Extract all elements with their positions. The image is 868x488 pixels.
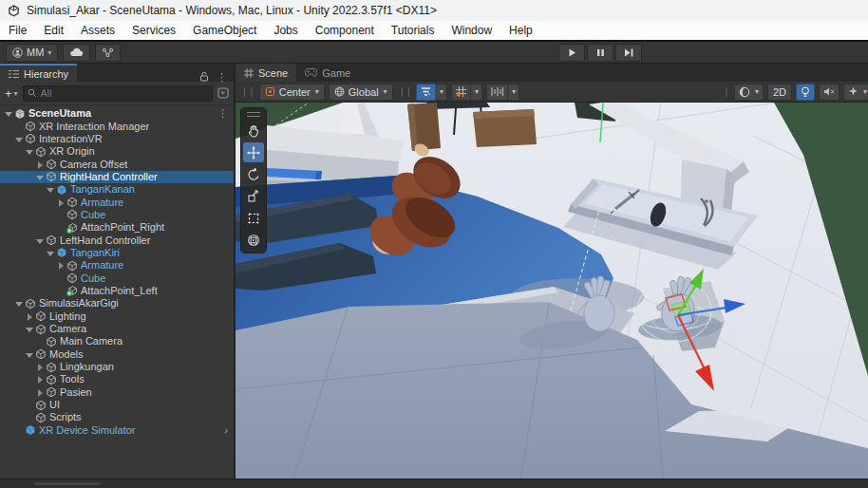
menu-item[interactable]: File [0,21,35,40]
menu-item[interactable]: Edit [35,21,72,40]
hierarchy-item-interactionvr[interactable]: InteractionVR [0,133,234,145]
transform-tool-button[interactable] [243,230,264,250]
hierarchy-item-xr-device-simulator[interactable]: XR Device Simulator› [0,424,234,437]
hierarchy-item-camera-offset[interactable]: Camera Offset [0,158,234,170]
pause-button[interactable] [587,44,613,62]
hierarchy-item-attachpoint-left[interactable]: AttachPoint_Left [0,285,234,297]
kebab-menu-icon[interactable]: ⋮ [217,107,234,120]
draw-mode-button[interactable]: ▾ [734,84,764,101]
scene-visibility-dropdown[interactable]: ▾ [436,84,447,101]
play-button[interactable] [558,44,585,62]
hierarchy-item-armature[interactable]: Armature [0,196,234,208]
menu-item[interactable]: Window [443,21,500,40]
menu-item[interactable]: Tutorials [383,21,443,40]
hierarchy-item-tools[interactable]: Tools [0,373,234,385]
pivot-mode-button[interactable]: Center ▾ [259,84,325,101]
menu-item[interactable]: Component [307,21,383,40]
kebab-menu-icon[interactable]: ⋮ [217,72,227,82]
hierarchy-item-attachpoint-right[interactable]: AttachPoint_Right [0,221,234,234]
menu-item[interactable]: Jobs [265,21,306,40]
hierarchy-item-main-camera[interactable]: Main Camera [0,335,234,347]
expand-arrow-icon[interactable] [56,197,66,209]
hierarchy-item-lefthand-controller[interactable]: LeftHand Controller [0,234,234,246]
view-hand-tool-button[interactable] [243,121,264,141]
overlay-drag-handle[interactable]: ❘❘ [239,86,255,97]
hierarchy-item-simulasiakargigi[interactable]: SimulasiAkarGigi [0,297,234,310]
search-icon [28,88,37,98]
scene-viewport-container [236,103,868,479]
orientation-button[interactable]: Global ▾ [329,84,393,101]
effects-toggle[interactable]: ▾ [843,84,868,101]
overlay-drag-handle[interactable]: ❘ [722,86,730,97]
expand-arrow-icon[interactable] [46,183,56,196]
expand-arrow-icon[interactable] [35,171,46,183]
search-input[interactable] [41,87,208,99]
hierarchy-item-pasien[interactable]: Pasien [0,386,234,399]
scale-tool-button[interactable] [243,186,264,206]
account-button[interactable]: MM ▾ [6,44,58,62]
overlay-drag-handle[interactable]: ❘❘ [397,86,413,97]
hierarchy-item-sceneutama[interactable]: SceneUtama⋮ [0,107,234,120]
scene-viewport[interactable] [236,103,868,479]
wooden-desk[interactable] [473,109,537,147]
hierarchy-item-camera[interactable]: Camera [0,323,234,335]
hierarchy-item-models[interactable]: Models [0,348,234,361]
hierarchy-item-scripts[interactable]: Scripts [0,411,234,423]
scene-lighting-toggle[interactable] [796,84,815,101]
hierarchy-item-xr-interaction-manager[interactable]: XR Interaction Manager [0,120,234,132]
hierarchy-search-box[interactable] [23,85,213,102]
version-control-button[interactable] [95,44,121,62]
hierarchy-item-armature[interactable]: Armature [0,259,234,272]
expand-arrow-icon[interactable] [25,323,35,335]
expand-arrow-icon[interactable] [4,107,14,120]
grid-snapping-dropdown[interactable]: ▾ [471,84,482,101]
pivot-mode-label: Center [279,86,311,98]
expand-arrow-icon[interactable] [35,235,46,247]
expand-arrow-icon[interactable] [35,373,46,385]
menu-item[interactable]: Help [500,21,541,40]
toolstrip-drag-handle[interactable] [247,112,260,117]
rotate-tool-button[interactable] [243,164,264,184]
expand-arrow-icon[interactable] [25,145,35,158]
hierarchy-item-cube[interactable]: Cube [0,209,234,221]
hierarchy-item-righthand-controller[interactable]: RightHand Controller [0,171,234,183]
hierarchy-item-tangankiri[interactable]: TanganKiri [0,247,234,259]
menu-item[interactable]: GameObject [184,21,265,40]
hierarchy-item-lighting[interactable]: Lighting [0,310,234,323]
expand-arrow-icon[interactable] [25,348,35,361]
expand-arrow-icon[interactable] [14,133,25,145]
expand-arrow-icon[interactable] [25,310,35,323]
snap-increment-dropdown[interactable]: ▾ [508,84,519,101]
expand-arrow-icon[interactable] [56,259,66,272]
hierarchy-item-tangankanan[interactable]: TanganKanan [0,183,234,196]
lock-icon[interactable] [199,71,209,82]
create-object-button[interactable]: + ▾ [5,86,18,101]
tab-scene[interactable]: Scene [236,64,296,82]
2d-mode-button[interactable]: 2D [767,84,792,101]
hierarchy-item-ui[interactable]: UI [0,399,234,411]
move-tool-button[interactable] [243,142,264,162]
audio-mute-toggle[interactable] [819,84,840,101]
hierarchy-item-xr-origin[interactable]: XR Origin [0,145,234,158]
expand-arrow-icon[interactable] [14,297,25,310]
rect-tool-icon [247,212,260,225]
cloud-button[interactable] [63,44,90,62]
expand-arrow-icon[interactable] [46,247,56,259]
menu-item[interactable]: Assets [72,21,123,40]
grid-snapping-toggle[interactable] [451,84,471,101]
wooden-door-panel[interactable] [407,103,441,151]
expand-arrow-icon[interactable] [35,386,46,399]
scene-picker-icon[interactable] [217,87,229,99]
expand-arrow-icon[interactable] [35,361,46,373]
prefab-open-chevron-icon[interactable]: › [224,424,234,437]
menu-item[interactable]: Services [123,21,184,40]
tab-hierarchy[interactable]: Hierarchy [0,64,77,82]
rect-tool-button[interactable] [243,208,264,228]
hierarchy-item-cube[interactable]: Cube [0,272,234,284]
scene-visibility-toggle[interactable] [416,84,436,101]
tab-game[interactable]: Game [296,64,359,82]
hierarchy-item-lingkungan[interactable]: Lingkungan [0,361,234,373]
step-button[interactable] [615,44,642,62]
snap-increment-toggle[interactable] [486,84,508,101]
expand-arrow-icon[interactable] [35,159,46,171]
